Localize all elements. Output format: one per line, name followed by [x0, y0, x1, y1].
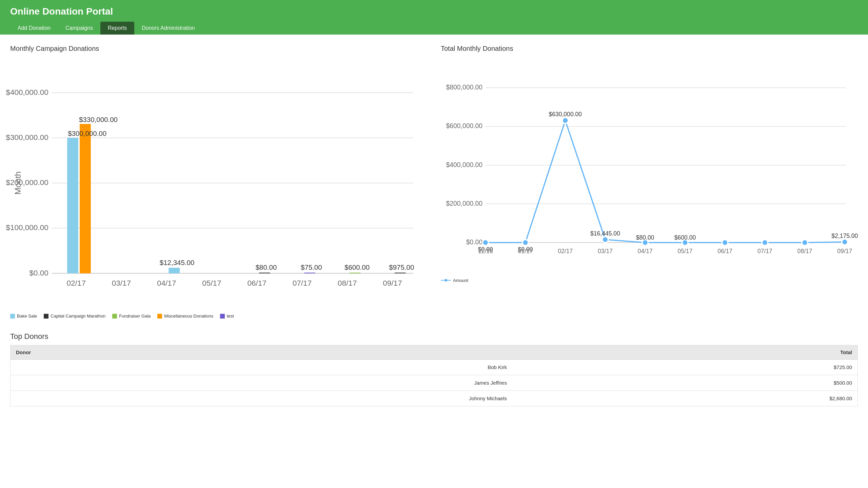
svg-text:$300,000.00: $300,000.00	[68, 129, 106, 137]
svg-text:05/17: 05/17	[677, 248, 692, 255]
svg-text:08/17: 08/17	[797, 248, 812, 255]
svg-text:03/17: 03/17	[112, 279, 131, 287]
legend-color-misc	[157, 314, 162, 319]
table-row: Johnny Michaels$2,680.00	[11, 391, 858, 406]
legend-label-capital: Capital Campaign Marathon	[51, 313, 105, 319]
left-chart-container: Monthly Campaign Donations $400,000.00 $…	[10, 45, 427, 319]
donor-total: $725.00	[512, 360, 858, 375]
legend-amount: Amount	[441, 278, 468, 283]
bar-05-17	[259, 272, 270, 273]
donors-table: Donor Total Bob Kirk$725.00James Jeffrie…	[10, 345, 858, 406]
bar-06-17	[304, 272, 315, 273]
charts-row: Monthly Campaign Donations $400,000.00 $…	[10, 45, 858, 319]
donor-total: $2,680.00	[512, 391, 858, 406]
point-8	[802, 240, 808, 246]
header: Online Donation Portal Add Donation Camp…	[0, 0, 868, 35]
donor-name: Bob Kirk	[11, 360, 512, 375]
right-chart-container: Total Monthly Donations $800,000.00 $600…	[441, 45, 858, 319]
svg-text:$600.00: $600.00	[674, 234, 696, 241]
legend-color-test	[220, 314, 225, 319]
svg-text:$16,445.00: $16,445.00	[590, 230, 620, 237]
svg-text:$330,000.00: $330,000.00	[79, 116, 118, 123]
left-chart-title: Monthly Campaign Donations	[10, 45, 427, 53]
svg-text:04/17: 04/17	[157, 279, 176, 287]
donors-tbody: Bob Kirk$725.00James Jeffries$500.00John…	[11, 360, 858, 406]
top-donors-title: Top Donors	[10, 332, 858, 341]
svg-text:$600.00: $600.00	[344, 263, 370, 271]
svg-text:07/17: 07/17	[757, 248, 772, 255]
point-6	[722, 240, 728, 246]
legend-label-misc: Miscellaneous Donations	[164, 313, 213, 319]
legend-line-icon	[441, 278, 451, 283]
svg-text:$75.00: $75.00	[301, 263, 322, 271]
left-chart-svg: $400,000.00 $300,000.00 $200,000.00 $100…	[10, 58, 427, 308]
svg-text:02/17: 02/17	[558, 248, 573, 255]
donor-total: $500.00	[512, 375, 858, 391]
point-7	[762, 240, 768, 246]
svg-text:$2,175.00: $2,175.00	[831, 232, 858, 239]
legend-label-fundraiser: Fundraiser Gala	[119, 313, 151, 319]
svg-text:$12,345.00: $12,345.00	[160, 259, 195, 266]
legend-capital: Capital Campaign Marathon	[44, 313, 105, 319]
nav-donors-admin[interactable]: Donors Administration	[134, 22, 202, 35]
left-chart-area: $400,000.00 $300,000.00 $200,000.00 $100…	[10, 58, 427, 319]
legend-label-bake: Bake Sale	[17, 313, 37, 319]
col-total: Total	[512, 345, 858, 360]
right-chart-title: Total Monthly Donations	[441, 45, 858, 53]
nav-campaigns[interactable]: Campaigns	[58, 22, 100, 35]
svg-text:04/17: 04/17	[638, 248, 653, 255]
table-header-row: Donor Total	[11, 345, 858, 360]
svg-text:$200,000.00: $200,000.00	[446, 200, 482, 207]
point-9	[842, 239, 848, 245]
main-content: Monthly Campaign Donations $400,000.00 $…	[0, 35, 868, 416]
donor-name: Johnny Michaels	[11, 391, 512, 406]
svg-text:$600,000.00: $600,000.00	[446, 122, 482, 129]
point-0	[482, 240, 489, 246]
legend-color-bake	[10, 314, 15, 319]
point-3	[602, 237, 608, 243]
svg-text:07/17: 07/17	[293, 279, 312, 287]
legend-bake-sale: Bake Sale	[10, 313, 37, 319]
line-chart-path	[486, 120, 845, 242]
right-chart-svg: $800,000.00 $600,000.00 $400,000.00 $200…	[441, 58, 858, 272]
legend-fundraiser: Fundraiser Gala	[112, 313, 151, 319]
svg-text:02/17: 02/17	[67, 279, 86, 287]
table-row: James Jeffries$500.00	[11, 375, 858, 391]
svg-text:03/17: 03/17	[598, 248, 613, 255]
svg-text:$300,000.00: $300,000.00	[6, 133, 48, 142]
svg-text:$0.00: $0.00	[466, 239, 482, 246]
legend-label-amount: Amount	[453, 278, 468, 283]
svg-text:08/17: 08/17	[338, 279, 357, 287]
bar-03-17	[169, 268, 180, 273]
legend-misc: Miscellaneous Donations	[157, 313, 213, 319]
svg-text:09/17: 09/17	[837, 248, 852, 255]
bar-09-17	[395, 272, 406, 273]
bar-02-17-bake	[67, 138, 78, 273]
col-donor: Donor	[11, 345, 512, 360]
app-title: Online Donation Portal	[10, 6, 858, 17]
svg-text:01/17: 01/17	[518, 248, 533, 255]
svg-text:$80.00: $80.00	[256, 263, 277, 271]
legend-color-fundraiser	[112, 314, 117, 319]
point-2	[562, 118, 568, 124]
svg-text:06/17: 06/17	[717, 248, 732, 255]
legend-color-capital	[44, 314, 48, 319]
svg-text:09/17: 09/17	[383, 279, 402, 287]
svg-text:$630,000.00: $630,000.00	[549, 111, 582, 118]
left-chart-legend: Bake Sale Capital Campaign Marathon Fund…	[10, 313, 427, 319]
svg-text:$400,000.00: $400,000.00	[446, 161, 482, 168]
table-row: Bob Kirk$725.00	[11, 360, 858, 375]
right-chart-legend: Amount	[441, 278, 858, 283]
svg-text:$100,000.00: $100,000.00	[6, 223, 48, 232]
svg-text:$80.00: $80.00	[636, 234, 654, 241]
svg-text:06/17: 06/17	[248, 279, 267, 287]
top-donors-section: Top Donors Donor Total Bob Kirk$725.00Ja…	[10, 332, 858, 406]
nav-add-donation[interactable]: Add Donation	[10, 22, 58, 35]
nav-reports[interactable]: Reports	[100, 22, 134, 35]
legend-label-test: test	[227, 313, 234, 319]
legend-test: test	[220, 313, 234, 319]
bar-02-17-misc	[80, 124, 91, 273]
svg-text:05/17: 05/17	[202, 279, 221, 287]
svg-point-56	[445, 279, 447, 282]
svg-text:$200,000.00: $200,000.00	[6, 178, 48, 187]
